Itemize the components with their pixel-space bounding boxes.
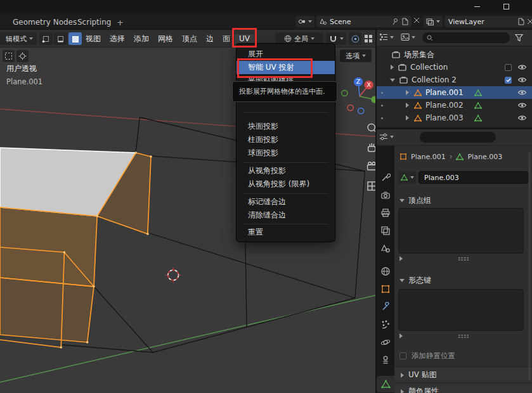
- editor-type-dropdown[interactable]: [379, 132, 394, 141]
- menu-face[interactable]: 面: [218, 34, 235, 44]
- collection-2-row[interactable]: Collection 2: [377, 74, 532, 86]
- menu-add[interactable]: 添加: [129, 34, 153, 44]
- cursor-tool-button[interactable]: [16, 50, 29, 62]
- face-select-button[interactable]: [68, 32, 82, 45]
- pin-icon[interactable]: [391, 18, 398, 25]
- eye-icon[interactable]: [517, 115, 527, 121]
- filter-button[interactable]: [515, 34, 523, 44]
- tab-tool[interactable]: [379, 171, 393, 184]
- expand-icon[interactable]: [406, 90, 409, 95]
- tab-physics[interactable]: [379, 335, 393, 349]
- shape-keys-list[interactable]: [398, 289, 524, 331]
- menu-item-clear-seam[interactable]: 清除缝合边: [237, 209, 335, 222]
- collection-row[interactable]: Collection: [377, 61, 532, 74]
- mode-dropdown[interactable]: 辑模式: [0, 32, 37, 45]
- minimize-button[interactable]: [462, 0, 491, 13]
- breadcrumb-object[interactable]: Plane.001: [411, 153, 446, 161]
- breadcrumb-data[interactable]: Plane.003: [467, 153, 502, 161]
- menu-item-unwrap[interactable]: 展开: [237, 48, 335, 61]
- tab-world[interactable]: [379, 264, 393, 278]
- navigation-gizmo[interactable]: Z X: [342, 77, 376, 114]
- menu-view[interactable]: 视图: [81, 34, 105, 44]
- list-menu-icon[interactable]: [399, 256, 403, 261]
- eye-icon[interactable]: [517, 89, 527, 96]
- tab-modifiers[interactable]: [379, 300, 393, 314]
- resize-grip-icon[interactable]: [458, 334, 469, 338]
- plane-001-row[interactable]: Plane.001: [377, 86, 532, 99]
- tab-object-data[interactable]: [379, 377, 393, 391]
- proportional-edit-button[interactable]: [349, 32, 361, 45]
- browse-view-layer-button[interactable]: [424, 16, 443, 27]
- vertex-select-button[interactable]: [39, 32, 53, 45]
- properties-search[interactable]: [420, 132, 496, 143]
- pan-hand-icon[interactable]: [368, 143, 375, 151]
- camera-view-icon[interactable]: [368, 162, 376, 170]
- outliner-search[interactable]: [422, 32, 510, 43]
- tab-scene[interactable]: [379, 242, 393, 255]
- resize-grip-icon[interactable]: [458, 257, 469, 261]
- shape-keys-section-header[interactable]: 形态键: [399, 275, 431, 286]
- menu-mesh[interactable]: 网格: [153, 34, 178, 44]
- eye-icon[interactable]: [517, 77, 527, 83]
- menu-item-project-from-view-bounds[interactable]: 从视角投影 (限界): [237, 177, 335, 191]
- menu-item-sphere-projection[interactable]: 球面投影: [237, 146, 335, 160]
- new-scene-icon[interactable]: [401, 18, 408, 25]
- overlays-toggle[interactable]: [364, 34, 373, 43]
- expand-icon[interactable]: [406, 115, 409, 120]
- collapse-icon[interactable]: [390, 79, 395, 82]
- plane-002-row[interactable]: Plane.002: [377, 99, 532, 112]
- tab-view-layer[interactable]: [379, 224, 393, 238]
- eye-icon[interactable]: [517, 102, 527, 108]
- select-box-tool-button[interactable]: [3, 50, 15, 62]
- tab-render[interactable]: [379, 188, 393, 202]
- options-dropdown[interactable]: 选项: [340, 49, 372, 62]
- tab-particles[interactable]: [379, 318, 393, 332]
- expand-icon[interactable]: [406, 103, 409, 108]
- collection-checkbox[interactable]: [505, 64, 512, 71]
- rest-position-checkbox[interactable]: [399, 352, 406, 359]
- color-attributes-panel-header[interactable]: 颜色属性: [394, 384, 532, 393]
- scrollbar[interactable]: [528, 152, 531, 380]
- menu-item-cylinder-projection[interactable]: 柱面投影: [237, 133, 335, 146]
- tab-scripting[interactable]: Scripting: [71, 16, 117, 29]
- menu-uv[interactable]: UV: [235, 34, 254, 43]
- outliner-search-input[interactable]: [436, 34, 500, 42]
- vertex-groups-section-header[interactable]: 顶点组: [399, 195, 431, 206]
- scene-collection-row[interactable]: 场景集合: [377, 48, 532, 61]
- browse-scene-button[interactable]: [295, 16, 315, 27]
- unlink-scene-button[interactable]: [414, 18, 419, 23]
- mesh-data-dropdown[interactable]: [398, 171, 416, 184]
- tab-output[interactable]: [379, 206, 393, 220]
- maximize-button[interactable]: [491, 0, 521, 13]
- menu-edge[interactable]: 边: [202, 34, 218, 44]
- face-select-icon: [71, 35, 79, 43]
- vertex-groups-list[interactable]: [398, 208, 524, 254]
- menu-item-project-from-view[interactable]: 从视角投影: [237, 164, 335, 177]
- scene-selector[interactable]: Scene: [316, 16, 412, 27]
- eye-icon[interactable]: [517, 64, 527, 70]
- editor-type-dropdown[interactable]: [379, 33, 394, 41]
- close-button[interactable]: [521, 0, 532, 13]
- tab-constraints[interactable]: [379, 353, 393, 367]
- view-layer-selector[interactable]: ViewLayer: [444, 16, 532, 27]
- uv-maps-panel-header[interactable]: UV 贴图: [394, 368, 532, 383]
- expand-icon[interactable]: [391, 65, 394, 70]
- new-workspace-tab-button[interactable]: +: [113, 16, 127, 29]
- outliner-display-mode-dropdown[interactable]: [401, 33, 415, 41]
- plane-003-row[interactable]: Plane.003: [377, 112, 532, 124]
- menu-item-cube-projection[interactable]: 块面投影: [237, 120, 335, 133]
- menu-select[interactable]: 选择: [105, 34, 129, 44]
- menu-vertex[interactable]: 顶点: [178, 34, 202, 44]
- tab-object[interactable]: [379, 282, 393, 296]
- properties-search-input[interactable]: [424, 134, 488, 141]
- menu-item-reset[interactable]: 重置: [237, 226, 335, 239]
- world-icon: [380, 266, 391, 276]
- menu-item-mark-seam[interactable]: 标记缝合边: [237, 195, 335, 209]
- menu-item-smart-uv-project[interactable]: 智能 UV 投射: [237, 61, 335, 74]
- edge-select-button[interactable]: [54, 32, 67, 45]
- new-view-layer-icon[interactable]: [517, 18, 524, 25]
- data-name-field[interactable]: [418, 171, 529, 184]
- collection-2-checkbox[interactable]: [505, 77, 512, 84]
- list-menu-icon[interactable]: [399, 333, 403, 338]
- x-icon[interactable]: [528, 19, 532, 24]
